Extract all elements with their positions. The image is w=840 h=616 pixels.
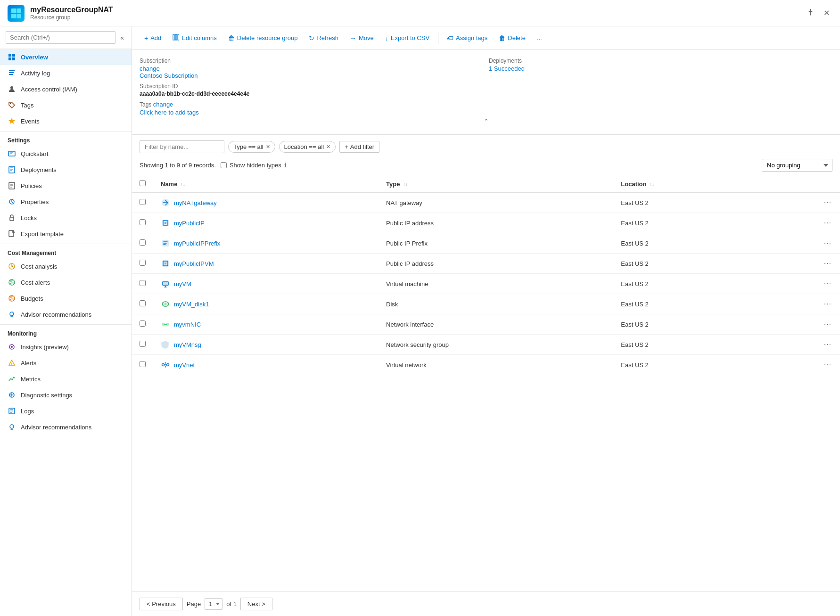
- sidebar-item-export-template[interactable]: Export template: [0, 226, 132, 242]
- row-more-button[interactable]: ···: [821, 319, 834, 329]
- sidebar-item-events[interactable]: Events: [0, 113, 132, 129]
- close-button[interactable]: ✕: [821, 7, 832, 20]
- location-cell: East US 2: [613, 254, 759, 274]
- row-checkbox-cell[interactable]: [132, 335, 153, 355]
- select-all-header[interactable]: [132, 175, 153, 193]
- row-more-button[interactable]: ···: [821, 238, 834, 248]
- row-more-button[interactable]: ···: [821, 197, 834, 208]
- sidebar-item-policies[interactable]: Policies: [0, 178, 132, 194]
- row-checkbox[interactable]: [140, 199, 146, 205]
- delete-button[interactable]: 🗑 Delete: [494, 32, 530, 45]
- row-checkbox[interactable]: [140, 341, 146, 347]
- location-filter-chip[interactable]: Location == all ✕: [279, 141, 336, 153]
- row-checkbox[interactable]: [140, 361, 146, 367]
- row-checkbox-cell[interactable]: [132, 193, 153, 213]
- row-checkbox-cell[interactable]: [132, 274, 153, 294]
- row-more-button[interactable]: ···: [821, 218, 834, 228]
- resource-name-link[interactable]: myNATgateway: [174, 199, 217, 206]
- sidebar-item-deployments[interactable]: Deployments: [0, 162, 132, 178]
- row-more-button[interactable]: ···: [821, 299, 834, 309]
- sidebar-item-quickstart[interactable]: Quickstart: [0, 146, 132, 162]
- row-checkbox-cell[interactable]: [132, 233, 153, 254]
- next-page-button[interactable]: Next >: [240, 598, 272, 610]
- row-checkbox[interactable]: [140, 219, 146, 225]
- sidebar-item-cost-analysis[interactable]: Cost analysis: [0, 258, 132, 274]
- sidebar-item-metrics[interactable]: Metrics: [0, 371, 132, 387]
- row-checkbox-cell[interactable]: [132, 355, 153, 375]
- resource-name-link[interactable]: myVnet: [174, 361, 195, 369]
- sidebar-item-cost-alerts[interactable]: $ Cost alerts: [0, 274, 132, 290]
- row-checkbox[interactable]: [140, 300, 146, 306]
- edit-columns-button[interactable]: Edit columns: [168, 31, 221, 45]
- sidebar-item-budgets[interactable]: $ Budgets: [0, 290, 132, 306]
- row-more-button[interactable]: ···: [821, 360, 834, 370]
- location-column-header[interactable]: Location ↑↓: [613, 175, 759, 193]
- row-checkbox[interactable]: [140, 280, 146, 286]
- row-checkbox-cell[interactable]: [132, 254, 153, 274]
- sidebar-item-diagnostic-settings[interactable]: Diagnostic settings: [0, 387, 132, 403]
- add-filter-button[interactable]: + Add filter: [339, 141, 379, 153]
- row-more-button[interactable]: ···: [821, 279, 834, 289]
- sidebar-item-logs[interactable]: Logs: [0, 403, 132, 419]
- sidebar-collapse-button[interactable]: «: [118, 33, 126, 42]
- row-checkbox-cell[interactable]: [132, 294, 153, 314]
- type-filter-close[interactable]: ✕: [266, 144, 270, 150]
- sidebar-item-advisor[interactable]: Advisor recommendations: [0, 306, 132, 322]
- resource-name-link[interactable]: myvmNIC: [174, 321, 201, 328]
- name-cell: myPublicIP: [153, 213, 379, 233]
- previous-page-button[interactable]: < Previous: [140, 598, 183, 610]
- filter-by-name-input[interactable]: [140, 140, 224, 153]
- delete-resource-group-button[interactable]: 🗑 Delete resource group: [223, 32, 303, 45]
- row-checkbox[interactable]: [140, 239, 146, 246]
- deployments-link[interactable]: 1 Succeeded: [489, 65, 525, 72]
- resource-name-link[interactable]: myPublicIP: [174, 220, 205, 227]
- resource-name-link[interactable]: myPublicIPVM: [174, 260, 214, 267]
- resource-name-link[interactable]: myPublicIPPrefix: [174, 240, 220, 247]
- row-more-button[interactable]: ···: [821, 339, 834, 350]
- more-options-button[interactable]: ...: [532, 32, 547, 44]
- sidebar-item-label: Advisor recommendations: [21, 424, 91, 431]
- sidebar-item-advisor-monitoring[interactable]: Advisor recommendations: [0, 419, 132, 435]
- row-checkbox[interactable]: [140, 260, 146, 266]
- pin-button[interactable]: [804, 7, 817, 20]
- location-filter-close[interactable]: ✕: [326, 144, 330, 150]
- sidebar-item-tags[interactable]: Tags: [0, 97, 132, 113]
- sidebar-item-properties[interactable]: Properties: [0, 194, 132, 210]
- subscription-change-link[interactable]: change: [140, 65, 160, 72]
- show-hidden-checkbox[interactable]: [221, 162, 227, 168]
- select-all-checkbox[interactable]: [140, 180, 146, 186]
- resource-name-link[interactable]: myVM: [174, 280, 191, 287]
- grouping-dropdown[interactable]: No grouping: [762, 159, 832, 172]
- resource-type-icon: [161, 340, 170, 349]
- resource-name-link[interactable]: myVMnsg: [174, 341, 201, 348]
- type-column-header[interactable]: Type ↑↓: [379, 175, 613, 193]
- sidebar-item-overview[interactable]: Overview: [0, 49, 132, 65]
- move-button[interactable]: → Move: [345, 32, 379, 45]
- sidebar-item-access-control[interactable]: Access control (IAM): [0, 81, 132, 97]
- page-number-select[interactable]: 1: [205, 598, 222, 610]
- add-button[interactable]: + Add: [140, 32, 166, 45]
- location-cell: East US 2: [613, 193, 759, 213]
- assign-tags-button[interactable]: 🏷 Assign tags: [442, 32, 492, 45]
- sidebar-item-insights[interactable]: Insights (preview): [0, 339, 132, 355]
- subscription-name-link[interactable]: Contoso Subscription: [140, 72, 198, 79]
- name-column-header[interactable]: Name ↑↓: [153, 175, 379, 193]
- row-more-button[interactable]: ···: [821, 258, 834, 269]
- sidebar-item-alerts[interactable]: Alerts: [0, 355, 132, 371]
- search-input[interactable]: [6, 31, 115, 44]
- export-csv-button[interactable]: ↓ Export to CSV: [380, 32, 434, 45]
- row-checkbox-cell[interactable]: [132, 314, 153, 335]
- row-checkbox-cell[interactable]: [132, 213, 153, 233]
- sidebar-item-locks[interactable]: Locks: [0, 210, 132, 226]
- show-hidden-label[interactable]: Show hidden types ℹ: [221, 162, 287, 169]
- tags-change-link[interactable]: change: [153, 101, 173, 108]
- resource-name-link[interactable]: myVM_disk1: [174, 301, 209, 308]
- row-checkbox[interactable]: [140, 320, 146, 327]
- refresh-button[interactable]: ↻ Refresh: [304, 32, 343, 45]
- filter-bar: Type == all ✕ Location == all ✕ + Add fi…: [132, 135, 840, 157]
- sidebar-item-activity-log[interactable]: Activity log: [0, 65, 132, 81]
- type-filter-chip[interactable]: Type == all ✕: [228, 141, 275, 153]
- tags-add-link[interactable]: Click here to add tags: [140, 109, 199, 116]
- resource-type-icon: [161, 299, 170, 309]
- collapse-info-button[interactable]: ⌃: [140, 116, 832, 127]
